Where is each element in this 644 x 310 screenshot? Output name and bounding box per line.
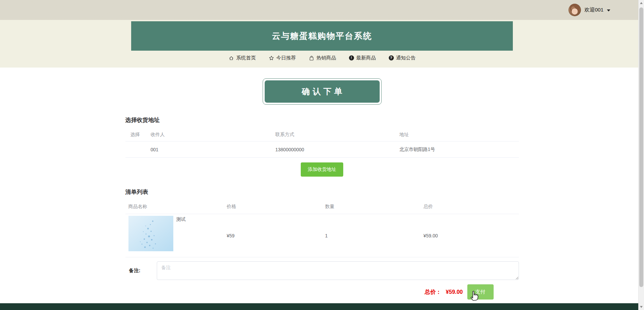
add-address-button[interactable]: 添加收货地址 [301, 162, 343, 177]
confirm-order-title: 确认下单 [299, 86, 345, 97]
cart-table-header: 商品名称 价格 数量 总价 [125, 199, 519, 214]
exclamation-circle-icon: ! [349, 55, 354, 60]
nav-label: 今日推荐 [276, 55, 296, 61]
address-table-row: 001 13800000000 北京市朝阳路1号 [125, 141, 519, 158]
pay-row: 总价： ¥59.00 支付 [125, 284, 519, 300]
nav-label: 最新商品 [356, 55, 376, 61]
question-circle-icon: ? [389, 55, 394, 60]
scrollbar-down-icon[interactable] [640, 306, 643, 308]
top-bar: 欢迎001 [0, 0, 644, 20]
column-header-price: 价格 [224, 204, 322, 210]
nav-item-home[interactable]: 系统首页 [229, 55, 256, 61]
receiver-cell: 001 [146, 147, 270, 152]
nav-item-hot[interactable]: 热销商品 [309, 55, 336, 61]
price-cell: ¥59 [224, 233, 322, 238]
address-table-header: 选择 收件人 联系方式 地址 [125, 128, 519, 141]
column-header-select: 选择 [125, 132, 146, 138]
total-cell: ¥59.00 [420, 233, 519, 238]
nav-label: 系统首页 [236, 55, 256, 61]
bag-icon [309, 55, 314, 61]
page-footer [0, 303, 644, 310]
pay-button[interactable]: 支付 [467, 284, 494, 300]
main-nav: 系统首页 今日推荐 热销商品 ! 最新商品 ? 通知公告 [0, 55, 644, 61]
home-icon [229, 55, 234, 61]
nav-item-today[interactable]: 今日推荐 [269, 55, 296, 61]
remark-label: 备注: [125, 267, 157, 274]
grand-total-label: 总价： [425, 288, 442, 296]
site-banner: 云与糖蛋糕购物平台系统 [131, 21, 513, 51]
noise-texture [0, 0, 644, 20]
welcome-text: 欢迎001 [584, 6, 604, 14]
phone-cell: 13800000000 [270, 147, 394, 152]
confirm-order-banner: 确认下单 [263, 78, 382, 105]
main-content: 确认下单 选择收货地址 选择 收件人 联系方式 地址 001 138000000… [125, 78, 519, 300]
chevron-down-icon[interactable] [607, 9, 610, 11]
grand-total-value: ¥59.00 [446, 289, 463, 295]
scrollbar-up-icon[interactable] [640, 2, 643, 4]
hero-section: 云与糖蛋糕购物平台系统 系统首页 今日推荐 热销商品 ! 最新商品 ? 通知 [0, 20, 644, 68]
product-name: 测试 [176, 216, 186, 223]
address-cell: 北京市朝阳路1号 [394, 147, 519, 153]
cart-section-heading: 清单列表 [125, 188, 519, 196]
product-image [128, 216, 173, 251]
address-section-heading: 选择收货地址 [125, 116, 519, 124]
scrollbar-thumb[interactable] [639, 7, 643, 287]
quantity-cell: 1 [322, 233, 420, 238]
confirm-order-inner: 确认下单 [265, 80, 380, 103]
cart-table-row: 测试 ¥59 1 ¥59.00 [125, 214, 519, 257]
vertical-scrollbar[interactable] [638, 0, 644, 310]
star-icon [269, 55, 274, 61]
column-header-product: 商品名称 [125, 204, 224, 210]
nav-item-notice[interactable]: ? 通知公告 [389, 55, 416, 61]
column-header-quantity: 数量 [322, 204, 420, 210]
user-menu[interactable]: 欢迎001 [568, 4, 610, 16]
column-header-phone: 联系方式 [270, 132, 394, 138]
nav-item-new[interactable]: ! 最新商品 [349, 55, 376, 61]
site-title: 云与糖蛋糕购物平台系统 [272, 30, 372, 42]
remark-input[interactable] [157, 261, 519, 280]
remark-row: 备注: [125, 261, 519, 280]
nav-label: 热销商品 [317, 55, 336, 61]
column-header-address: 地址 [394, 132, 519, 138]
column-header-total: 总价 [420, 204, 519, 210]
user-avatar[interactable] [568, 4, 581, 16]
column-header-receiver: 收件人 [146, 132, 270, 138]
nav-label: 通知公告 [396, 55, 416, 61]
